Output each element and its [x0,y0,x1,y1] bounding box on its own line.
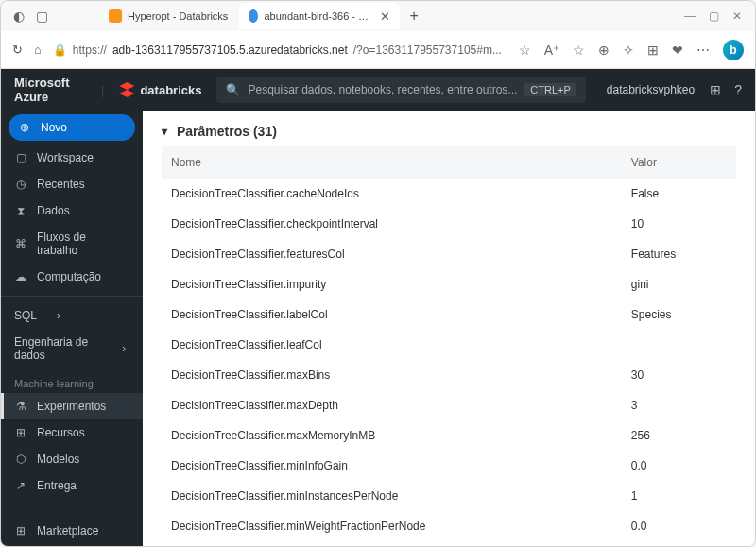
sidebar: ⊕ Novo ▢Workspace◷Recentes⧗Dados⌘Fluxos … [1,111,143,546]
sidebar-item-ml-2[interactable]: ⬡Modelos [1,446,143,472]
sidebar-item-main-3[interactable]: ⌘Fluxos de trabalho [1,224,143,264]
favorite-icon[interactable]: ☆ [573,43,585,58]
param-name: DecisionTreeClassifier.impurity [162,269,622,299]
param-value: prediction [622,541,736,546]
table-row[interactable]: DecisionTreeClassifier.minWeightFraction… [162,511,736,541]
sidebar-item-ml-1[interactable]: ⊞Recursos [1,419,143,446]
table-row[interactable]: DecisionTreeClassifier.featuresColFeatur… [162,239,736,269]
maximize-button[interactable]: ▢ [709,9,719,23]
databricks-icon [119,82,134,97]
extensions-icon[interactable]: ✧ [623,43,634,58]
profile-icon[interactable]: ◐ [13,9,25,24]
minimize-button[interactable]: — [684,9,696,23]
table-row[interactable]: DecisionTreeClassifier.impuritygini [162,269,736,299]
lock-icon: 🔒 [53,43,67,57]
tab-title: Hyperopt - Databricks [128,10,228,22]
refresh-button[interactable]: ↻ [12,43,23,57]
nav-icon: ⧗ [14,204,27,217]
nav-icon: ▢ [14,151,27,164]
tab-hyperopt[interactable]: Hyperopt - Databricks [99,3,237,29]
param-value: Species [622,299,736,330]
org-name[interactable]: databricksvphkeo [607,83,695,96]
sidebar-item-label: Entrega [37,479,77,492]
col-name[interactable]: Nome [162,146,622,179]
sidebar-item-ml-0[interactable]: ⚗Experimentos [1,393,143,419]
window-titlebar: ◐ ▢ Hyperopt - Databricks abundant-bird-… [1,1,755,31]
new-tab-button[interactable]: + [409,8,418,25]
databricks-logo[interactable]: databricks [119,82,201,97]
star-icon[interactable]: ☆ [519,43,531,58]
sidebar-item-ml-3[interactable]: ↗Entrega [1,472,143,499]
sidebar-item-main-0[interactable]: ▢Workspace [1,145,143,171]
sidebar-item-bottom-1[interactable]: ◆Partner Connect [1,544,143,546]
collections-icon[interactable]: ▢ [36,9,48,24]
favicon-icon [249,9,258,23]
nav-icon: ◷ [14,178,27,191]
bing-icon[interactable]: b [723,40,744,60]
home-button[interactable]: ⌂ [34,43,42,57]
table-row[interactable]: DecisionTreeClassifier.maxDepth3 [162,390,736,420]
param-name: DecisionTreeClassifier.minWeightFraction… [162,511,622,541]
url-prefix: https:// [73,43,107,57]
param-value: False [622,179,736,209]
parameters-header[interactable]: ▾ Parâmetros (31) [162,124,736,139]
sidebar-item-bottom-0[interactable]: ⊞Marketplace [1,518,143,544]
tab-mlflow-run[interactable]: abundant-bird-366 - MLflow Run ✕ [239,3,400,29]
nav-icon: ⊞ [14,426,27,439]
search-shortcut: CTRL+P [524,83,576,96]
browser-tabs: Hyperopt - Databricks abundant-bird-366 … [99,1,419,31]
search-icon: 🔍 [226,83,240,96]
sidebar-item-label: Dados [37,204,70,217]
reader-icon[interactable]: A⁺ [544,43,559,58]
param-value: 10 [622,209,736,239]
param-value: Features [622,239,736,269]
global-search[interactable]: 🔍 Pesquisar dados, notebooks, recentes, … [216,77,585,103]
param-value: gini [622,269,736,299]
sidebar-item-label: Recentes [37,178,85,191]
url-host: adb-1363117955737105.5.azuredatabricks.n… [112,43,348,57]
table-row[interactable]: DecisionTreeClassifier.maxBins30 [162,360,736,390]
sidebar-item-main-4[interactable]: ☁Computação [1,264,143,290]
tab-title: abundant-bird-366 - MLflow Run [264,10,370,22]
new-button[interactable]: ⊕ Novo [9,114,135,141]
param-name: DecisionTreeClassifier.predictionCol [162,541,622,546]
close-icon[interactable]: ✕ [380,9,390,24]
parameters-table: Nome Valor DecisionTreeClassifier.cacheN… [162,146,736,546]
favicon-icon [109,9,122,23]
param-value: 256 [622,420,736,451]
close-button[interactable]: ✕ [732,9,742,23]
param-value: 0.0 [622,511,736,541]
table-row[interactable]: DecisionTreeClassifier.maxMemoryInMB256 [162,420,736,451]
param-value [622,330,736,360]
nav-icon: ⬡ [14,453,27,466]
sidebar-item-label: Workspace [37,151,94,164]
table-row[interactable]: DecisionTreeClassifier.checkpointInterva… [162,209,736,239]
sidebar-item-label: Recursos [37,426,85,439]
apps-icon[interactable]: ⊞ [647,43,659,58]
more-icon[interactable]: ⋯ [696,43,710,58]
table-row[interactable]: DecisionTreeClassifier.minInfoGain0.0 [162,451,736,481]
param-name: DecisionTreeClassifier.labelCol [162,299,622,330]
sidebar-item-engineering[interactable]: Engenharia de dados› [1,329,143,368]
param-name: DecisionTreeClassifier.leafCol [162,330,622,360]
sidebar-item-main-2[interactable]: ⧗Dados [1,197,143,224]
sidebar-item-sql[interactable]: SQL› [1,302,143,329]
help-icon[interactable]: ? [734,82,742,97]
table-row[interactable]: DecisionTreeClassifier.cacheNodeIdsFalse [162,179,736,209]
nav-icon: ↗ [14,479,27,492]
table-row[interactable]: DecisionTreeClassifier.predictionColpred… [162,541,736,546]
section-title: Parâmetros (31) [177,124,277,139]
url-field[interactable]: 🔒 https://adb-1363117955737105.5.azureda… [53,43,507,57]
chevron-right-icon: › [52,309,65,322]
table-row[interactable]: DecisionTreeClassifier.labelColSpecies [162,299,736,330]
collections-icon[interactable]: ⊕ [598,43,610,58]
col-value[interactable]: Valor [622,146,736,179]
heart-icon[interactable]: ❤ [672,43,683,58]
param-name: DecisionTreeClassifier.cacheNodeIds [162,179,622,209]
sidebar-item-main-1[interactable]: ◷Recentes [1,171,143,197]
table-row[interactable]: DecisionTreeClassifier.leafCol [162,330,736,360]
azure-label: Microsoft Azure [14,76,86,104]
address-bar: ↻ ⌂ 🔒 https://adb-1363117955737105.5.azu… [1,31,755,69]
gift-icon[interactable]: ⊞ [710,82,721,97]
table-row[interactable]: DecisionTreeClassifier.minInstancesPerNo… [162,481,736,511]
